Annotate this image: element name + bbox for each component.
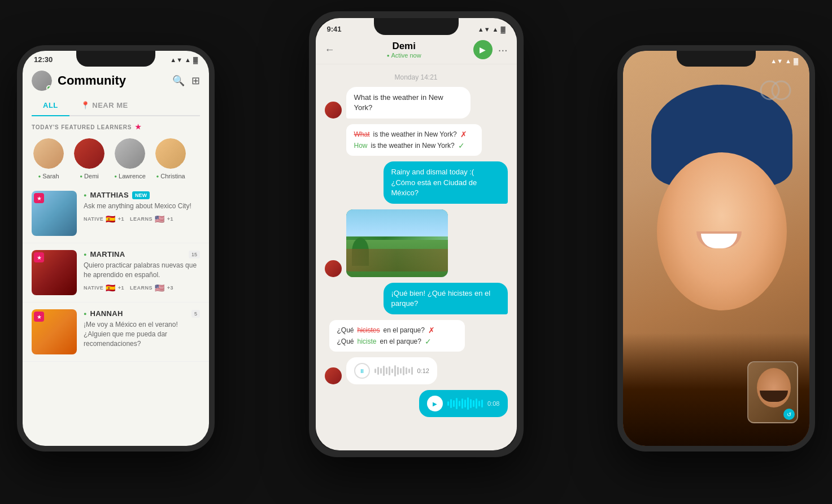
audio-bubble-teal[interactable]: ▶ xyxy=(419,390,507,417)
person-item-hannah[interactable]: ★ ● HANNAH 5 ¡Me voy a México en el vera… xyxy=(23,303,209,362)
right-screen: ▲▼ ▲ ▓ xyxy=(623,51,809,446)
right-phone: ▲▼ ▲ ▓ xyxy=(617,45,815,452)
lawrence-online xyxy=(140,163,145,169)
user-avatar xyxy=(32,71,52,91)
tab-all[interactable]: ALL xyxy=(32,95,69,116)
right-battery-icon: ▓ xyxy=(794,58,798,64)
martina-native-count: +1 xyxy=(118,285,124,291)
msg-audio-received: ⏸ xyxy=(325,357,508,384)
matthias-info: ● MATTHIAS NEW Ask me anything about Mex… xyxy=(84,191,200,236)
demi-avatar xyxy=(72,137,106,170)
chat-header: ← Demi ● Active now ▶ ··· xyxy=(316,36,517,64)
star-icon: ★ xyxy=(135,123,142,131)
battery-icon: ▓ xyxy=(193,56,198,63)
correction-right-2: ¿Qué hiciste en el parque? ✓ xyxy=(337,337,457,346)
hannah-bio: ¡Me voy a México en el verano! ¿Alguien … xyxy=(84,320,200,348)
right-word-2: hiciste xyxy=(358,338,377,345)
demi-audio-avatar xyxy=(325,367,342,384)
martina-langs: NATIVE 🇪🇸 +1 LEARNS 🇺🇸 +3 xyxy=(84,283,200,292)
check-mark-2: ✓ xyxy=(425,337,432,346)
featured-person-sarah[interactable]: ● Sarah xyxy=(32,137,66,179)
filter-icon[interactable]: ⊞ xyxy=(191,74,200,87)
christina-name: ● Christina xyxy=(156,173,185,179)
demi-msg-avatar xyxy=(325,102,342,119)
featured-section: TODAY'S FEATURED LEARNERS ★ ● Sarah xyxy=(23,116,209,184)
location-icon: 📍 xyxy=(81,101,90,109)
tandem-logo xyxy=(759,79,792,104)
martina-learns-flag: 🇺🇸 xyxy=(155,283,165,292)
featured-person-christina[interactable]: ● Christina xyxy=(154,137,188,179)
correction-rest-1: is the weather in New York? xyxy=(373,130,457,138)
video-call-screen: ▲▼ ▲ ▓ xyxy=(623,51,809,446)
header-icons: 🔍 ⊞ xyxy=(172,74,200,87)
correction-box-2: ¿Qué hicistes en el parque? ✗ ¿Qué hicis… xyxy=(329,320,508,352)
chat-person-name: Demi xyxy=(341,41,468,52)
video-icon: ▶ xyxy=(480,45,486,54)
person-list: ★ ● MATTHIAS NEW Ask me anything about M… xyxy=(23,184,209,362)
learns-label-2: LEARNS xyxy=(130,285,153,291)
correction-wrong-1: What is the weather in New York? ✗ xyxy=(354,130,474,139)
martina-name-row: ● MARTINA 15 xyxy=(84,250,200,258)
correction-wrong-2: ¿Qué hicistes en el parque? ✗ xyxy=(337,326,457,335)
hannah-count: 5 xyxy=(191,310,200,318)
center-status-icons: ▲▼ ▲ ▓ xyxy=(478,26,506,33)
tab-near-me[interactable]: 📍 NEAR ME xyxy=(69,95,140,115)
left-status-icons: ▲▼ ▲ ▓ xyxy=(170,56,198,63)
hannah-name: HANNAH xyxy=(90,309,123,318)
waveform-teal xyxy=(447,397,483,410)
right-signal-icon: ▲▼ xyxy=(770,58,783,64)
center-screen: 9:41 ▲▼ ▲ ▓ ← Demi ● Active now xyxy=(316,18,517,450)
matthias-name: MATTHIAS xyxy=(90,191,129,199)
person-item-martina[interactable]: ★ ● MARTINA 15 Quiero practicar palabras… xyxy=(23,243,209,303)
play-button[interactable]: ▶ xyxy=(427,396,443,411)
demi-name: ● Demi xyxy=(80,173,99,179)
right-word-1: How xyxy=(354,142,368,150)
park-image xyxy=(346,209,448,277)
left-time: 12:30 xyxy=(34,55,53,64)
right-status-icons: ▲▼ ▲ ▓ xyxy=(770,58,798,64)
wrong-word-1: What xyxy=(354,130,370,138)
matthias-langs: NATIVE 🇪🇸 +1 LEARNS 🇺🇸 +1 xyxy=(84,214,200,223)
christina-avatar xyxy=(154,137,188,170)
person-item-matthias[interactable]: ★ ● MATTHIAS NEW Ask me anything about M… xyxy=(23,184,209,243)
wrong-prefix-2: ¿Qué xyxy=(337,326,354,334)
matthias-native-count: +1 xyxy=(118,216,124,222)
sent-text-2: ¡Qué bien! ¿Qué hicistes en el parque? xyxy=(391,289,491,308)
featured-avatars: ● Sarah ● Demi xyxy=(32,137,200,179)
left-phone: 12:30 ▲▼ ▲ ▓ Community 🔍 ⊞ ALL 📍 xyxy=(17,45,215,452)
center-notch xyxy=(374,18,459,35)
audio-bubble-gray[interactable]: ⏸ xyxy=(346,357,437,384)
check-mark-1: ✓ xyxy=(458,141,465,150)
more-button[interactable]: ··· xyxy=(498,43,508,56)
date-divider: Monday 14:21 xyxy=(325,73,508,81)
featured-person-lawrence[interactable]: ● Lawrence xyxy=(113,137,147,179)
svg-point-1 xyxy=(772,81,790,99)
learns-label: LEARNS xyxy=(130,216,153,222)
video-call-button[interactable]: ▶ xyxy=(473,40,493,59)
featured-person-demi[interactable]: ● Demi xyxy=(72,137,106,179)
star-badge: ★ xyxy=(34,193,44,203)
msg-audio-sent: ▶ xyxy=(325,390,508,417)
msg-sent-1: Rainy and dismal today :(¿Cómo está en C… xyxy=(325,161,508,204)
center-wifi-icon: ▲ xyxy=(493,26,499,33)
matthias-native-flag: 🇪🇸 xyxy=(106,214,116,223)
hannah-name-row: ● HANNAH 5 xyxy=(84,309,200,318)
chat-messages: Monday 14:21 What is the weather in New … xyxy=(316,64,517,450)
christina-online xyxy=(180,163,186,169)
search-icon[interactable]: 🔍 xyxy=(172,74,185,87)
correction-right-rest-1: is the weather in New York? xyxy=(371,142,455,150)
native-label-2: NATIVE xyxy=(84,285,103,291)
msg-bubble-1: What is the weather in New York? xyxy=(346,87,471,119)
signal-icon: ▲▼ xyxy=(170,56,182,63)
matthias-photo: ★ xyxy=(32,191,77,236)
demi-online xyxy=(99,163,104,169)
pause-button[interactable]: ⏸ xyxy=(354,363,370,379)
switch-camera-icon[interactable]: ↺ xyxy=(783,409,795,420)
sarah-online xyxy=(58,163,64,169)
back-button[interactable]: ← xyxy=(325,44,335,56)
sarah-avatar xyxy=(32,137,66,170)
chat-person-info: Demi ● Active now xyxy=(341,41,468,59)
x-mark-2: ✗ xyxy=(428,326,435,335)
demi-img-avatar xyxy=(325,260,342,277)
wrong-suffix-2: en el parque? xyxy=(384,326,425,334)
